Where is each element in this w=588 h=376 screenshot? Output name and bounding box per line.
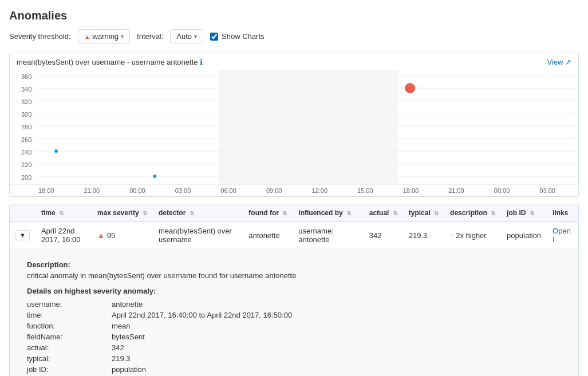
detail-key: actual: [27, 343, 107, 352]
svg-text:200: 200 [21, 174, 32, 181]
open-link[interactable]: Open I [553, 227, 571, 244]
svg-point-20 [153, 175, 156, 178]
description-title: Description: [27, 260, 561, 269]
chart-header: mean(bytesSent) over username - username… [10, 58, 578, 70]
th-actual[interactable]: actual ⇅ [364, 204, 403, 222]
svg-rect-18 [219, 70, 398, 184]
sort-icon-job: ⇅ [530, 210, 534, 216]
results-table-container: time ⇅ max severity ⇅ detector ⇅ found f… [9, 204, 579, 376]
th-description[interactable]: description ⇅ [444, 204, 501, 222]
cell-time: April 22nd 2017, 16:00 [35, 222, 92, 249]
interval-label: Interval: [137, 32, 163, 41]
th-found-for[interactable]: found for ⇅ [243, 204, 293, 222]
table-row: ▼ April 22nd 2017, 16:00 ▲ 95 mean(bytes… [10, 222, 578, 249]
detail-val: April 22nd 2017, 16:40:00 to April 22nd … [112, 311, 561, 319]
th-severity[interactable]: max severity ⇅ [92, 204, 153, 222]
detail-panel: Description: critical anomaly in mean(by… [15, 254, 573, 376]
cell-typical: 219.3 [403, 222, 444, 249]
description-text: critical anomaly in mean(bytesSent) over… [27, 271, 561, 280]
details-title: Details on highest severity anomaly: [27, 287, 561, 295]
detail-val: 219.3 [112, 354, 561, 363]
detail-val: antonette [112, 300, 561, 308]
severity-label: Severity threshold: [9, 32, 71, 41]
th-typical[interactable]: typical ⇅ [403, 204, 444, 222]
chart-area: 360 340 320 300 280 260 240 220 200 [10, 70, 578, 184]
table-header-row: time ⇅ max severity ⇅ detector ⇅ found f… [10, 204, 578, 222]
detail-key: function: [27, 322, 107, 330]
view-link[interactable]: View ↗ [547, 58, 571, 66]
chart-xaxis: 18:00 21:00 00:00 03:00 06:00 09:00 12:0… [10, 184, 578, 196]
th-influenced-by[interactable]: influenced by ⇅ [293, 204, 363, 222]
severity-badge: ▲ 95 [97, 231, 115, 240]
svg-text:260: 260 [21, 136, 32, 143]
interval-value: Auto [176, 32, 192, 41]
expand-button[interactable]: ▼ [15, 230, 30, 240]
cell-job-id: population [501, 222, 547, 249]
severity-value: warning [93, 32, 119, 41]
cell-detector: mean(bytesSent) over username [153, 222, 243, 249]
page-title: Anomalies [9, 9, 579, 22]
detail-key: fieldName: [27, 333, 107, 341]
show-charts-checkbox[interactable] [210, 33, 218, 41]
svg-text:360: 360 [21, 73, 32, 80]
chart-title: mean(bytesSent) over username - username… [17, 58, 203, 66]
svg-point-21 [405, 83, 415, 93]
sort-icon-detector: ⇅ [190, 210, 194, 216]
info-icon[interactable]: ℹ [200, 58, 203, 66]
sort-icon-time: ⇅ [59, 210, 64, 216]
cell-links: Open I [547, 222, 578, 249]
sort-icon-actual: ⇅ [393, 210, 397, 216]
th-expand [10, 204, 35, 222]
show-charts-label: Show Charts [222, 32, 264, 41]
cell-found-for: antonette [243, 222, 293, 249]
show-charts-toggle[interactable]: Show Charts [210, 32, 264, 41]
main-page: Anomalies Severity threshold: ▲ warning … [0, 0, 588, 376]
cell-influenced-by: username: antonette [293, 222, 363, 249]
detail-cell: Description: critical anomaly in mean(by… [10, 249, 578, 377]
chart-section: mean(bytesSent) over username - username… [9, 53, 579, 197]
chart-svg: 360 340 320 300 280 260 240 220 200 [10, 70, 578, 184]
svg-text:300: 300 [21, 111, 32, 118]
detail-val: mean [112, 322, 561, 330]
sort-icon-found: ⇅ [282, 210, 287, 216]
svg-text:340: 340 [21, 86, 32, 93]
up-arrow-icon: ↑ [450, 231, 454, 240]
external-link-icon: ↗ [565, 58, 571, 66]
detail-key: typical: [27, 354, 107, 363]
svg-point-19 [54, 149, 58, 153]
detail-key: time: [27, 311, 107, 319]
th-links: links [547, 204, 578, 222]
svg-text:280: 280 [21, 124, 32, 130]
severity-dropdown[interactable]: ▲ warning ▾ [78, 29, 130, 43]
detail-val: bytesSent [112, 333, 561, 341]
cell-severity: ▲ 95 [92, 222, 153, 249]
cell-description: ↑ 2x higher [444, 222, 501, 249]
detail-val: population [112, 365, 561, 374]
caret-icon: ▾ [121, 33, 124, 39]
svg-text:220: 220 [21, 161, 32, 168]
sort-icon-severity: ⇅ [143, 210, 147, 216]
expand-cell: ▼ [10, 222, 35, 249]
detail-key: username: [27, 300, 107, 308]
cell-actual: 342 [364, 222, 403, 249]
interval-dropdown[interactable]: Auto ▾ [170, 29, 203, 43]
warning-icon: ▲ [84, 33, 90, 40]
svg-text:320: 320 [21, 98, 32, 105]
detail-key: job ID: [27, 365, 107, 374]
caret-icon-2: ▾ [194, 33, 197, 39]
th-detector[interactable]: detector ⇅ [153, 204, 243, 222]
sort-icon-desc: ⇅ [491, 210, 495, 216]
sort-icon-influenced: ⇅ [346, 210, 351, 216]
results-table: time ⇅ max severity ⇅ detector ⇅ found f… [10, 204, 578, 376]
detail-val: 342 [112, 343, 561, 352]
detail-grid: username:antonettetime:April 22nd 2017, … [27, 300, 561, 376]
detail-row: Description: critical anomaly in mean(by… [10, 249, 578, 377]
svg-text:240: 240 [21, 149, 32, 156]
th-time[interactable]: time ⇅ [35, 204, 92, 222]
warning-triangle-icon: ▲ [97, 231, 105, 240]
th-job-id[interactable]: job ID ⇅ [501, 204, 547, 222]
description-section: Description: critical anomaly in mean(by… [27, 260, 561, 280]
toolbar: Severity threshold: ▲ warning ▾ Interval… [9, 29, 579, 43]
sort-icon-typical: ⇅ [434, 210, 439, 216]
